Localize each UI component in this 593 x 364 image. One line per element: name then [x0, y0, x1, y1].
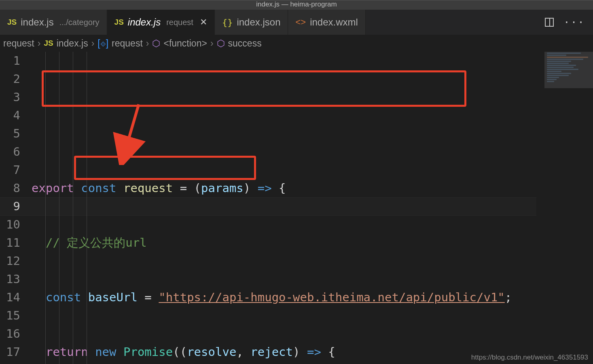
- js-icon: JS: [44, 39, 53, 48]
- tab-index-json[interactable]: {} index.json: [215, 10, 288, 35]
- annotation-box-baseurl: [42, 70, 466, 107]
- chevron-right-icon: ›: [146, 38, 149, 49]
- more-icon[interactable]: ···: [563, 16, 585, 28]
- close-icon[interactable]: ✕: [200, 17, 207, 28]
- code-area[interactable]: export const request = (params) => { // …: [32, 52, 593, 364]
- js-icon: JS: [114, 18, 124, 27]
- tab-filename: index.json: [237, 17, 280, 28]
- tab-dir: request: [166, 18, 193, 27]
- tab-filename: index.js: [21, 17, 53, 28]
- minimap[interactable]: [544, 52, 593, 88]
- breadcrumb-symbol[interactable]: success: [228, 38, 262, 49]
- tab-index-wxml[interactable]: <> index.wxml: [288, 10, 365, 35]
- breadcrumb-symbol[interactable]: <function>: [163, 38, 207, 49]
- breadcrumb-folder[interactable]: request: [3, 38, 34, 49]
- tab-filename: index.wxml: [310, 17, 358, 28]
- tab-dir: .../category: [59, 18, 100, 27]
- svg-line-0: [125, 104, 139, 153]
- tab-index-request[interactable]: JS index.js request ✕: [107, 10, 215, 35]
- tab-index-category[interactable]: JS index.js .../category: [0, 10, 107, 35]
- breadcrumb[interactable]: request › JS index.js › [⟐] request › ⬡ …: [0, 35, 593, 52]
- js-icon: JS: [7, 18, 17, 27]
- breadcrumb-symbol[interactable]: request: [112, 38, 143, 49]
- annotation-arrow: [100, 100, 149, 165]
- tab-actions: ···: [537, 10, 593, 35]
- namespace-icon: [⟐]: [97, 38, 108, 49]
- editor[interactable]: 1234 5678 9101112 13141516 17 export con…: [0, 52, 593, 364]
- tab-filename: index.js: [128, 17, 161, 28]
- chevron-right-icon: ›: [38, 38, 41, 49]
- chevron-right-icon: ›: [91, 38, 95, 49]
- breadcrumb-file[interactable]: index.js: [57, 38, 88, 49]
- tab-bar: JS index.js .../category JS index.js req…: [0, 10, 593, 35]
- watermark: https://blog.csdn.net/weixin_46351593: [471, 353, 588, 362]
- window-title: index.js — heima-program: [0, 0, 593, 10]
- annotation-box-url: [74, 156, 256, 180]
- function-icon: ⬡: [152, 38, 160, 49]
- function-icon: ⬡: [217, 38, 225, 49]
- json-icon: {}: [222, 17, 233, 28]
- wxml-icon: <>: [295, 17, 306, 28]
- split-editor-icon[interactable]: [545, 18, 554, 27]
- chevron-right-icon: ›: [210, 38, 214, 49]
